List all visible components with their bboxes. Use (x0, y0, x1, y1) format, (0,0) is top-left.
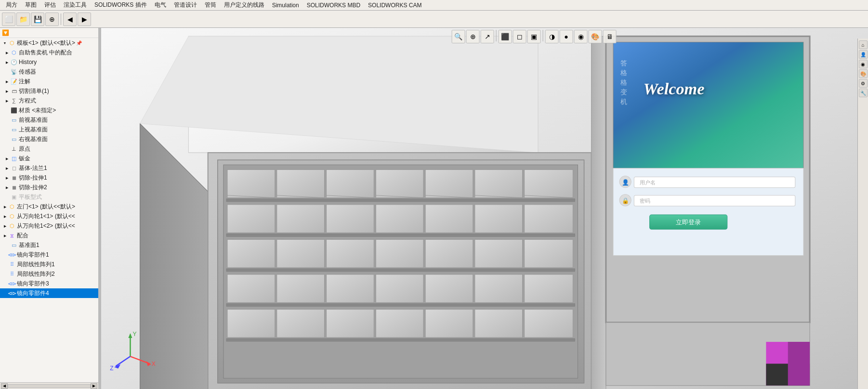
tree-item-mirror1[interactable]: ⊲⊳ 镜向零部件1 (0, 250, 98, 259)
tree-item-sensor[interactable]: 📡 传感器 (0, 67, 98, 77)
viewport[interactable]: 🔍 ⊕ ↗ ⬛ ◻ ▣ ◑ ● ◉ 🎨 🖥 (101, 28, 868, 389)
tree-container[interactable]: ⬡ 模板<1> (默认<<默认> 📌 ⬡ 自助售卖机 中的配合 🕐 Histor… (0, 38, 98, 382)
vp-display3-btn[interactable]: ▣ (527, 30, 541, 43)
vp-display1-btn[interactable]: ⬛ (499, 30, 512, 43)
vp-shading-btn[interactable]: ◑ (545, 30, 559, 43)
expand-sheetmetal[interactable] (4, 156, 10, 161)
tree-item-right-plane[interactable]: ▭ 右视基准面 (0, 134, 98, 144)
open-button[interactable]: 📁 (16, 13, 30, 26)
expand-base-plane[interactable] (4, 242, 10, 248)
menu-jufang[interactable]: 局方 (2, 0, 21, 10)
vp-color2-btn[interactable]: ◉ (574, 30, 588, 43)
menu-solidworks-mbd[interactable]: SOLIDWORKS MBD (303, 1, 364, 10)
menu-guandao[interactable]: 管道设计 (170, 0, 201, 10)
tree-item-mirror4[interactable]: ⊲⊳ 镜向零部件4 (0, 288, 98, 298)
menu-xuanran[interactable]: 渲染工具 (60, 0, 91, 10)
tree-item-mating[interactable]: ⬡ 自助售卖机 中的配合 (0, 48, 98, 57)
filter-icon[interactable]: 🔽 (2, 29, 9, 36)
right-user-button[interactable]: 👤 (859, 50, 868, 59)
menu-custom-route[interactable]: 用户定义的线路 (220, 0, 268, 10)
tree-item-front-plane[interactable]: ▭ 前视基准面 (0, 115, 98, 125)
tree-item-cutlist[interactable]: 🗃 切割清单(1) (0, 86, 98, 96)
expand-cut-extrude2[interactable] (4, 184, 10, 190)
tree-item-base-flange[interactable]: ◻ 基体-法兰1 (0, 163, 98, 173)
expand-mating[interactable] (4, 50, 10, 55)
menu-guantong[interactable]: 管筒 (201, 0, 220, 10)
right-settings-button[interactable]: ⚙ (859, 79, 868, 88)
menu-simulation[interactable]: Simulation (268, 1, 303, 10)
new-button[interactable]: ⬜ (2, 13, 15, 26)
expand-left-door[interactable] (2, 204, 8, 209)
save-button[interactable]: 💾 (31, 13, 44, 26)
menu-pinggu[interactable]: 评估 (40, 0, 60, 10)
expand-omni2[interactable] (2, 223, 8, 229)
vp-zoom-btn[interactable]: ⊕ (466, 30, 480, 43)
expand-flat-pattern[interactable] (4, 194, 10, 200)
vp-monitor-btn[interactable]: 🖥 (603, 30, 617, 43)
vp-display2-btn[interactable]: ◻ (513, 30, 526, 43)
tree-item-omni2[interactable]: ⬡ 从万向轮1<2> (默认<< (0, 221, 98, 231)
tree-item-root[interactable]: ⬡ 模板<1> (默认<<默认> 📌 (0, 38, 98, 48)
label-omni1: 从万向轮1<1> (默认<< (17, 212, 75, 220)
expand-mate[interactable] (2, 233, 8, 238)
expand-mirror4[interactable] (2, 290, 8, 296)
svg-rect-39 (227, 274, 275, 302)
scroll-left-button[interactable]: ◀ (1, 383, 8, 389)
expand-top-plane[interactable] (4, 127, 10, 132)
expand-pattern1[interactable] (2, 261, 8, 267)
expand-pattern2[interactable] (2, 271, 8, 277)
scroll-right-button[interactable]: ▶ (91, 383, 97, 389)
menu-caotu[interactable]: 草图 (21, 0, 40, 10)
expand-sensor[interactable] (4, 69, 10, 75)
right-color-button[interactable]: ◉ (859, 60, 868, 68)
right-palette-button[interactable]: 🎨 (859, 69, 868, 78)
expand-note[interactable] (4, 78, 10, 84)
nav-back-button[interactable]: ◀ (63, 13, 77, 26)
scroll-track[interactable] (8, 384, 91, 388)
expand-material[interactable] (4, 107, 10, 113)
horizontal-scrollbar[interactable]: ◀ ▶ (0, 382, 98, 389)
target-button[interactable]: ⊕ (45, 13, 59, 26)
tree-item-cut-extrude2[interactable]: ◼ 切除-拉伸2 (0, 182, 98, 192)
expand-right-plane[interactable] (4, 136, 10, 142)
vp-color3-btn[interactable]: 🎨 (589, 30, 602, 43)
tree-item-left-door[interactable]: ⬡ 左门<1> (默认<<默认> (0, 202, 98, 211)
menu-solidworks-cam[interactable]: SOLIDWORKS CAM (364, 1, 425, 10)
tree-item-history[interactable]: 🕐 History (0, 57, 98, 67)
expand-cutlist[interactable] (4, 88, 10, 94)
icon-equations: ∑ (10, 97, 18, 104)
tree-item-cut-extrude1[interactable]: ◼ 切除-拉伸1 (0, 173, 98, 182)
expand-mirror1[interactable] (2, 252, 8, 258)
expand-equations[interactable] (4, 98, 10, 104)
tree-item-mirror3[interactable]: ⊲⊳ 镜向零部件3 (0, 279, 98, 288)
nav-forward-button[interactable]: ▶ (78, 13, 91, 26)
expand-origin[interactable] (4, 146, 10, 152)
expand-omni1[interactable] (2, 213, 8, 219)
menu-dianqi[interactable]: 电气 (151, 0, 170, 10)
expand-cut-extrude1[interactable] (4, 175, 10, 181)
tree-item-equations[interactable]: ∑ 方程式 (0, 96, 98, 105)
expand-history[interactable] (4, 59, 10, 65)
tree-item-pattern2[interactable]: ⠿ 局部线性阵列2 (0, 269, 98, 279)
tree-item-omni1[interactable]: ⬡ 从万向轮1<1> (默认<< (0, 211, 98, 221)
menu-solidworks-plugin[interactable]: SOLIDWORKS 插件 (91, 0, 151, 10)
tree-item-sheetmetal[interactable]: ◫ 钣金 (0, 154, 98, 163)
tree-item-note[interactable]: 📝 注解 (0, 77, 98, 86)
svg-text:格: 格 (620, 78, 627, 86)
expand-front-plane[interactable] (4, 117, 10, 123)
expand-base-flange[interactable] (4, 165, 10, 171)
vp-arrow-btn[interactable]: ↗ (481, 30, 494, 43)
tree-item-base-plane[interactable]: ▭ 基准面1 (0, 240, 98, 250)
right-home-button[interactable]: ⌂ (859, 40, 868, 49)
tree-item-origin[interactable]: ⊥ 原点 (0, 144, 98, 154)
tree-item-mate[interactable]: ⧖ 配合 (0, 231, 98, 240)
vp-color1-btn[interactable]: ● (560, 30, 573, 43)
expand-root[interactable] (2, 40, 8, 46)
vp-search-btn[interactable]: 🔍 (452, 30, 465, 43)
tree-item-pattern1[interactable]: ⠿ 局部线性阵列1 (0, 259, 98, 269)
tree-item-material[interactable]: ⬛ 材质 <未指定> (0, 105, 98, 115)
tree-item-flat-pattern[interactable]: ▣ 平板型式 (0, 192, 98, 202)
right-tools-button[interactable]: 🔧 (859, 89, 868, 97)
tree-item-top-plane[interactable]: ▭ 上视基准面 (0, 125, 98, 134)
expand-mirror3[interactable] (2, 281, 8, 286)
